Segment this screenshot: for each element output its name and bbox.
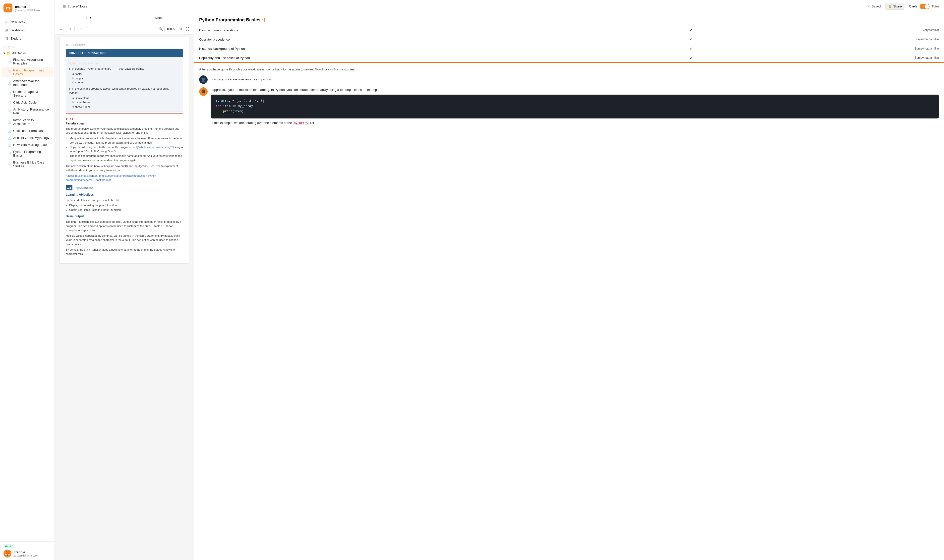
source-notes-label: Source/Notes: [68, 5, 87, 8]
deck-label-business: Business Ethics Case Studies: [13, 160, 51, 168]
source-notes-icon: ☰: [63, 5, 66, 8]
page-total: / 31: [77, 27, 82, 31]
info-icon[interactable]: ⓘ: [262, 17, 266, 23]
pdf-panel: PDF Notes ⌄ / 31 ⌃ 🔍 100% ↺ ⛶: [55, 13, 194, 560]
sidebar-item-dashboard[interactable]: ⊞ Dashboard: [2, 26, 53, 34]
user-info: 🦊 Freddie pdf2anki@gmail.com: [3, 549, 51, 557]
decks-section-label: Decks: [0, 45, 54, 49]
sidebar-item-marriage[interactable]: 📄 New York Marriage Law: [2, 142, 53, 148]
pdf-content[interactable]: 10 1 • Statements CONCEPTS IN PRACTICE P…: [55, 35, 194, 560]
try-bullet-1: Many of the programs in this chapter exp…: [70, 136, 183, 145]
sidebar-item-art[interactable]: 📄 Art History: Renaissance Peri...: [2, 106, 53, 117]
app-name: memo: [15, 5, 40, 9]
deck-label-america: America's War for Independe...: [13, 79, 51, 87]
main-area: ☰ Source/Notes ✓ Saved 🔒 Share Cards Tut…: [55, 0, 944, 560]
cards-label: Cards: [909, 5, 918, 8]
notes-tab-label: Notes: [155, 16, 163, 20]
source-notes-button[interactable]: ☰ Source/Notes: [60, 3, 90, 10]
file-icon: 📄: [8, 143, 11, 146]
pdf-page: 10 1 • Statements CONCEPTS IN PRACTICE P…: [60, 37, 189, 263]
new-deck-label: New Deck: [11, 20, 25, 24]
sidebar-item-explore[interactable]: ◫ Explore: [2, 34, 53, 42]
pdf-tab-label: PDF: [86, 16, 93, 20]
bot-response: I appreciate your enthusiasm for learnin…: [211, 88, 939, 126]
zoom-value: 100%: [164, 26, 177, 32]
tutor-panel: Python Programming Basics ⓘ Basic arithm…: [194, 13, 944, 560]
code-arr: my_array: [238, 105, 253, 108]
pdf-toolbar: ⌄ / 31 ⌃ 🔍 100% ↺ ⛶: [55, 23, 194, 35]
sidebar-item-python2[interactable]: 📄 Python Programing Basics: [2, 148, 53, 159]
sidebar-item-citric[interactable]: 📄 Citric Acid Cycle: [2, 99, 53, 106]
q5-b: b. longer: [72, 76, 180, 80]
bot-avatar: 🎓: [199, 88, 208, 96]
para-3: By default, the print() function adds a …: [66, 248, 183, 256]
sidebar-item-new-deck[interactable]: + New Deck: [2, 18, 53, 26]
file-icon: 📄: [8, 109, 11, 113]
cards-toggle[interactable]: [919, 4, 930, 9]
sidebar-footer: Active 🦊 Freddie pdf2anki@gmail.com: [0, 542, 54, 560]
page-next-button[interactable]: ⌃: [84, 26, 89, 31]
page-prev-button[interactable]: ⌄: [59, 26, 64, 31]
concept-level-0: Very familiar: [695, 28, 939, 32]
search-icon: 🔍: [159, 27, 163, 31]
tutor-deck-name: Python Programming Basics: [199, 17, 260, 23]
concepts-box: CONCEPTS IN PRACTICE: [66, 49, 183, 57]
tab-notes[interactable]: Notes: [125, 13, 194, 23]
sidebar-item-financial[interactable]: 📄 Financial Accounting Principles: [2, 56, 53, 67]
active-badge: Active: [3, 544, 15, 548]
sidebar-item-python[interactable]: 📄 Python Programming Basics: [2, 67, 53, 77]
user-message-row: 👤 how do you iterate over an array in py…: [199, 75, 939, 84]
section-number: 1.2: [66, 185, 72, 191]
plus-icon: +: [4, 20, 8, 24]
sidebar-item-business[interactable]: 📄 Business Ethics Case Studies: [2, 159, 53, 169]
topbar: ☰ Source/Notes ✓ Saved 🔒 Share Cards Tut…: [55, 0, 944, 13]
question-6: 6. In the example programs above, what s…: [69, 87, 180, 95]
try-list: Many of the programs in this chapter exp…: [70, 136, 183, 163]
deck-label-financial: Financial Accounting Principles: [13, 58, 51, 65]
learning-bullet-2: Obtain user input using the input() func…: [69, 208, 183, 212]
sidebar-nav: + New Deck ⊞ Dashboard ◫ Explore: [0, 16, 54, 45]
file-icon: 📄: [8, 163, 11, 166]
file-icon: 📄: [8, 152, 11, 155]
sidebar-item-architecture[interactable]: 📄 Introduction to Architecture: [2, 117, 53, 127]
concepts-title: CONCEPTS IN PRACTICE: [69, 51, 180, 55]
saved-status: ✓ Saved: [868, 5, 881, 8]
sidebar-item-greek[interactable]: 📄 Ancient Greek Mythology: [2, 134, 53, 141]
page-input[interactable]: [66, 26, 75, 32]
zoom-controls: 🔍 100% ↺ ⛶: [159, 26, 190, 32]
q6-b: b. parentheses: [72, 100, 180, 105]
dashboard-icon: ⊞: [4, 28, 8, 32]
tab-pdf[interactable]: PDF: [55, 13, 125, 23]
fullscreen-button[interactable]: ⛶: [185, 26, 190, 32]
sidebar-item-calculus[interactable]: 📄 Calculus II Formulas: [2, 128, 53, 134]
deck-label-art: Art History: Renaissance Peri...: [13, 108, 51, 115]
topbar-left: ☰ Source/Notes: [60, 3, 90, 10]
sidebar-item-protein[interactable]: 📄 Protein Shapes & Structure: [2, 88, 53, 99]
code-item2: item: [234, 110, 242, 113]
red-divider: [66, 114, 183, 114]
file-icon: 📄: [8, 101, 11, 104]
share-button[interactable]: 🔒 Share: [885, 3, 905, 10]
sidebar-item-america[interactable]: 📄 America's War for Independe...: [2, 78, 53, 88]
refresh-button[interactable]: ↺: [179, 26, 183, 32]
concept-level-2: Somewhat familiar: [695, 47, 939, 50]
concept-label-3: Popularity and use cases of Python: [199, 56, 687, 60]
all-decks-group[interactable]: ▾ 📁 All Decks: [2, 50, 53, 56]
explore-label: Explore: [11, 37, 22, 40]
tutor-title: Python Programming Basics ⓘ: [199, 17, 939, 23]
dashboard-label: Dashboard: [11, 28, 26, 32]
access-link[interactable]: Access multimedia content (https://opens…: [66, 174, 183, 182]
deck-label-architecture: Introduction to Architecture: [13, 118, 51, 126]
concept-label-0: Basic arithmetic operations: [199, 28, 687, 32]
concept-level-3: Somewhat familiar: [695, 56, 939, 60]
q5-options: a. faster b. longer c. shorter: [72, 72, 180, 85]
file-icon: 📄: [8, 129, 11, 133]
page-nav: ⌄ / 31 ⌃: [59, 26, 89, 32]
try-label: TRY IT: [66, 117, 183, 121]
all-decks-label: All Decks: [12, 51, 26, 55]
code-in: in: [233, 105, 236, 108]
concept-check-0: ✔: [687, 28, 695, 32]
file-icon: 📄: [8, 81, 11, 85]
bot-msg-1: I appreciate your enthusiasm for learnin…: [211, 88, 939, 92]
user-email: pdf2anki@gmail.com: [14, 554, 39, 557]
